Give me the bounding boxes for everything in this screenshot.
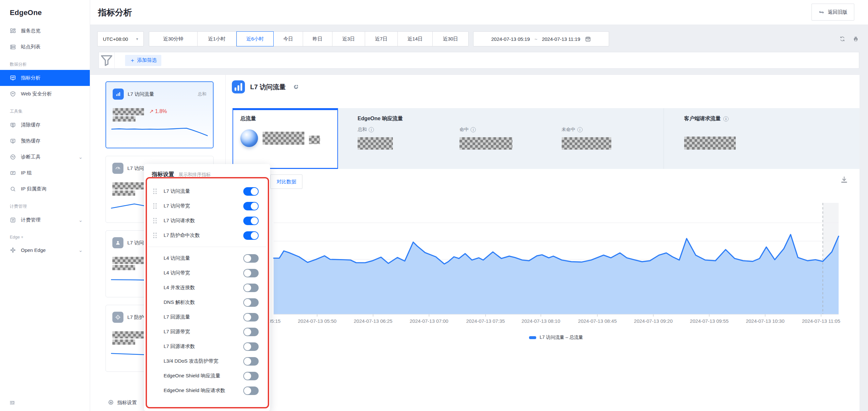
time-range-group: 近30分钟近1小时近6小时今日昨日近3日近7日近14日近30日	[149, 31, 469, 47]
metric-toggle-switch[interactable]	[243, 313, 259, 321]
metric-toggle-switch[interactable]	[243, 269, 259, 277]
time-range-button[interactable]: 近30分钟	[149, 31, 197, 47]
time-range-button[interactable]: 近1小时	[197, 31, 237, 47]
drag-handle-icon	[153, 300, 158, 305]
chart-legend[interactable]: L7 访问流量 – 总流量	[274, 334, 839, 341]
add-filter-button[interactable]: ＋ 添加筛选	[125, 55, 161, 66]
x-axis-tick-label: 2024-07-13 09:20	[634, 318, 672, 324]
sidebar-section-label: 数据分析	[0, 55, 90, 70]
mini-card-title: L7 访问流量	[128, 91, 154, 97]
metric-toggle-label: L7 访问请求数	[164, 217, 195, 224]
sidebar-collapse-icon[interactable]	[9, 400, 16, 406]
app-logo: EdgeOne	[0, 0, 90, 23]
metric-mini-card[interactable]: L7 访问流量 总和 ↗ 1.8%	[105, 81, 214, 148]
metric-toggle-switch[interactable]	[243, 231, 259, 240]
globe-icon	[240, 129, 258, 147]
metric-toggle-switch[interactable]	[243, 386, 259, 395]
redacted-value	[562, 137, 611, 150]
sidebar: EdgeOne 服务总览 站点列表 数据分析 指标分析 Web 安全分析 工具集…	[0, 0, 90, 411]
purge-cache-icon	[10, 122, 16, 128]
search-icon	[10, 186, 16, 192]
legend-label: L7 访问流量 – 总流量	[539, 334, 583, 341]
diagnose-icon	[10, 154, 16, 160]
stat-group: 总和i	[358, 127, 460, 151]
sidebar-item[interactable]: IP 归属查询	[0, 181, 90, 197]
sidebar-item[interactable]: 计费管理 ⌄	[0, 212, 90, 228]
drag-handle-icon	[153, 256, 158, 261]
donut-chart-icon[interactable]	[293, 82, 299, 92]
funnel-icon[interactable]	[99, 52, 115, 68]
sidebar-item[interactable]: IP IP 组	[0, 165, 90, 181]
compare-data-button[interactable]: 对比数据	[270, 174, 302, 189]
time-range-button[interactable]: 近14日	[398, 31, 433, 47]
tab-total-traffic[interactable]: 总流量	[232, 108, 338, 169]
metric-toggle-label: EdgeOne Shield 响应流量	[164, 373, 220, 379]
drag-handle-icon[interactable]	[153, 203, 158, 209]
sidebar-item[interactable]: 指标分析	[0, 70, 90, 86]
sidebar-item[interactable]: 站点列表	[0, 39, 90, 55]
page-header: 指标分析 返回旧版	[90, 0, 868, 25]
sidebar-item-label: 指标分析	[21, 75, 40, 81]
sidebar-item[interactable]: Web 安全分析	[0, 86, 90, 102]
time-range-button[interactable]: 近30日	[433, 31, 469, 47]
print-icon[interactable]	[852, 35, 859, 43]
metric-toggle-switch[interactable]	[243, 357, 259, 365]
timezone-select[interactable]: UTC+08:00 ▼	[97, 31, 144, 47]
time-range-button[interactable]: 今日	[274, 31, 303, 47]
traffic-area-chart[interactable]	[274, 203, 839, 314]
metric-settings-button[interactable]: 指标设置	[108, 399, 137, 406]
refresh-icon[interactable]	[839, 35, 845, 43]
chevron-down-icon: ⌄	[79, 217, 83, 223]
date-range-picker[interactable]: 2024-07-13 05:19 ~ 2024-07-13 11:19	[473, 31, 609, 47]
info-icon[interactable]: i	[723, 116, 728, 121]
sidebar-item[interactable]: Open Edge ⌄	[0, 242, 90, 258]
download-icon[interactable]	[840, 175, 848, 184]
metric-toggle-label: L4 访问流量	[164, 255, 190, 261]
date-start: 2024-07-13 05:19	[491, 36, 530, 42]
metric-toggle-switch[interactable]	[243, 216, 259, 225]
metric-toggle-switch[interactable]	[243, 202, 259, 210]
metric-toggle-row: L7 防护命中次数	[144, 228, 270, 243]
time-range-button[interactable]: 昨日	[303, 31, 333, 47]
swap-icon	[818, 9, 825, 16]
sidebar-item[interactable]: 诊断工具 ⌄	[0, 149, 90, 165]
drag-handle-icon[interactable]	[153, 233, 158, 238]
x-axis-tick-label: 2024-07-13 07:00	[410, 318, 448, 324]
x-axis-tick-label: 2024-07-13 11:05	[802, 318, 840, 324]
stat-label: 命中	[460, 127, 469, 133]
info-icon[interactable]: i	[471, 127, 476, 132]
metric-toggle-switch[interactable]	[243, 343, 259, 351]
drag-handle-icon[interactable]	[153, 188, 158, 194]
add-filter-label: 添加筛选	[137, 57, 157, 63]
info-icon[interactable]: i	[577, 127, 583, 132]
metric-toggle-switch[interactable]	[243, 254, 259, 263]
info-icon[interactable]: i	[369, 127, 374, 132]
sidebar-section-label: Edge +	[0, 228, 90, 242]
time-range-button[interactable]: 近6小时	[237, 31, 274, 47]
sidebar-item[interactable]: 预热缓存	[0, 133, 90, 149]
back-to-old-version-button[interactable]: 返回旧版	[811, 4, 854, 21]
tab-edgeone-response-label: EdgeOne 响应流量	[358, 115, 663, 122]
sidebar-item[interactable]: 清除缓存	[0, 117, 90, 133]
site-list-icon	[10, 44, 16, 50]
tab-edgeone-response-traffic[interactable]: EdgeOne 响应流量 总和i 命中i 未命中i	[338, 108, 663, 169]
redacted-value	[112, 265, 135, 270]
metric-toggle-switch[interactable]	[243, 187, 259, 196]
redacted-value	[460, 137, 513, 150]
metric-toggle-switch[interactable]	[243, 372, 259, 380]
popup-subtitle: 展示和排序指标	[179, 172, 211, 178]
time-range-button[interactable]: 近3日	[333, 31, 365, 47]
sidebar-item[interactable]: 服务总览	[0, 23, 90, 39]
time-range-button[interactable]: 近7日	[365, 31, 398, 47]
redacted-value	[112, 190, 135, 196]
drag-handle-icon[interactable]	[153, 218, 158, 224]
metric-toggle-switch[interactable]	[243, 328, 259, 336]
tab-client-request-traffic[interactable]: 客户端请求流量 i	[663, 108, 860, 169]
metric-toggle-label: L7 回源带宽	[164, 329, 190, 335]
redacted-value	[262, 132, 304, 145]
metric-toggle-switch[interactable]	[243, 298, 259, 307]
metric-toggle-row: L3/4 DDoS 攻击防护带宽	[144, 354, 270, 369]
bars-icon	[113, 89, 124, 100]
metric-toggle-switch[interactable]	[243, 284, 259, 292]
redacted-value	[113, 116, 135, 121]
